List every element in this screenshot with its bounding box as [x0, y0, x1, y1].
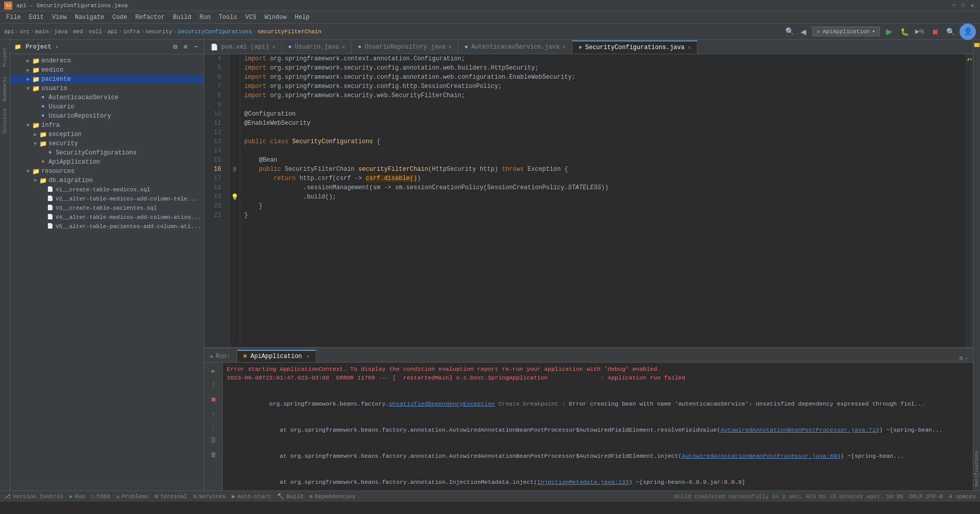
tab-pom[interactable]: 📄 pom.xml (api) ✕: [204, 40, 282, 54]
breadcrumb-class[interactable]: SecurityConfigurations: [178, 29, 252, 35]
tab-autenticacao[interactable]: ● AutenticacaoService.java ✕: [458, 40, 572, 54]
debug-button[interactable]: 🐛: [898, 26, 911, 38]
bottom-close-icon[interactable]: −: [965, 355, 969, 362]
menu-run[interactable]: Run: [195, 13, 215, 22]
run-stop-button[interactable]: ⏹: [207, 393, 220, 406]
tree-item-api-app[interactable]: ● ApiApplication: [10, 158, 204, 167]
run-tab-label[interactable]: Run:: [216, 353, 230, 360]
notifications-label[interactable]: Notifications: [972, 449, 981, 488]
menu-edit[interactable]: Edit: [25, 13, 48, 22]
tab-security-close[interactable]: ✕: [688, 44, 691, 51]
tab-api-application[interactable]: ■ ApiApplication ✕: [237, 350, 316, 362]
run-status-button[interactable]: ▶ Run: [69, 493, 85, 500]
search-button[interactable]: 🔍: [944, 26, 956, 38]
tab-usuario-close[interactable]: ✕: [342, 44, 345, 50]
todo-button[interactable]: ☐ TODO: [91, 493, 110, 500]
tree-item-db-migration[interactable]: ▼ 📁 db.migration: [10, 176, 204, 185]
maximize-button[interactable]: □: [960, 2, 967, 9]
dependencies-button[interactable]: ⊕ Dependencies: [309, 493, 355, 500]
menu-tools[interactable]: Tools: [215, 13, 241, 22]
menu-refactor[interactable]: Refactor: [131, 13, 169, 22]
menu-file[interactable]: File: [2, 13, 25, 22]
breadcrumb-voll[interactable]: voll: [88, 29, 102, 35]
tree-item-exception[interactable]: ▶ 📁 exception: [10, 130, 204, 139]
breadcrumb-src[interactable]: src: [19, 29, 30, 35]
tree-item-sql3[interactable]: 📄 V3__create-table-pacientes.sql: [10, 204, 204, 213]
bookmarks-panel-button[interactable]: Bookmarks: [0, 74, 10, 104]
tree-item-paciente[interactable]: ▶ 📁 paciente: [10, 75, 204, 84]
menu-code[interactable]: Code: [108, 13, 131, 22]
sidebar-collapse-icon[interactable]: ⊟: [171, 43, 179, 51]
terminal-button[interactable]: ⊞ Terminal: [155, 493, 187, 500]
stop-button[interactable]: ⏹: [929, 26, 941, 38]
tab-usuario-repo-close[interactable]: ✕: [449, 44, 452, 50]
run-format-button[interactable]: ☰: [207, 434, 220, 446]
minimize-button[interactable]: ─: [950, 2, 958, 9]
breadcrumb-infra[interactable]: infra: [123, 29, 140, 35]
breadcrumb-main[interactable]: main: [35, 29, 49, 35]
tab-pom-close[interactable]: ✕: [272, 44, 275, 50]
tree-item-medico[interactable]: ▶ 📁 medico: [10, 65, 204, 75]
line-col-indicator[interactable]: 19:26: [886, 494, 903, 500]
breadcrumb-api[interactable]: api: [4, 29, 14, 35]
problems-button[interactable]: ⚠ Problems: [116, 493, 149, 500]
tree-item-sql5[interactable]: 📄 V5__alter-table-pacientes-add-column-a…: [10, 222, 204, 231]
indent-indicator[interactable]: 4 spaces: [949, 494, 976, 500]
menu-vcs[interactable]: VCS: [241, 13, 261, 22]
version-control-button[interactable]: ⎇ Version Control: [4, 493, 63, 500]
structure-panel-button[interactable]: Structure: [0, 105, 10, 136]
search-everywhere-icon[interactable]: 🔍: [785, 27, 794, 36]
tree-item-sql2[interactable]: 📄 V2__alter-table-medicos-add-column-tel…: [10, 194, 204, 204]
link-6[interactable]: AutowiredAnnotationBeanPostProcessor.jav…: [682, 453, 841, 459]
tree-item-endereco[interactable]: ▶ 📁 endereco: [10, 56, 204, 65]
sidebar-close-icon[interactable]: −: [192, 43, 200, 51]
tree-item-sql4[interactable]: 📄 V4__alter-table-medicos-add-column-ati…: [10, 213, 204, 222]
titlebar-controls[interactable]: ─ □ ✕: [950, 2, 976, 9]
tab-usuario[interactable]: ● Usuario.java ✕: [282, 40, 352, 54]
breadcrumb-security[interactable]: security: [145, 29, 172, 35]
menu-view[interactable]: View: [48, 13, 71, 22]
project-panel-button[interactable]: Project: [0, 42, 10, 73]
api-app-tab-close[interactable]: ✕: [307, 354, 310, 360]
code-area[interactable]: import org.springframework.context.annot…: [240, 54, 966, 347]
menu-window[interactable]: Window: [261, 13, 291, 22]
breadcrumb-med[interactable]: med: [73, 29, 83, 35]
services-button[interactable]: ⚙ Services: [193, 493, 225, 500]
encoding-indicator[interactable]: CRLF UTF-8: [909, 494, 943, 500]
build-button[interactable]: 🔨 Build: [277, 493, 303, 500]
tree-item-security[interactable]: ▼ 📁 security: [10, 139, 204, 148]
run-clear-button[interactable]: 🗑: [207, 449, 220, 461]
run-button[interactable]: ▶: [883, 26, 895, 38]
tree-item-infra[interactable]: ▼ 📁 infra: [10, 121, 204, 130]
unsatisfied-dep-link[interactable]: UnsatisfiedDependencyException: [389, 400, 495, 407]
tree-item-resources[interactable]: ▼ 📁 resources: [10, 167, 204, 176]
breadcrumb-java[interactable]: java: [54, 29, 67, 35]
autostart-button[interactable]: ▶ Auto-start: [232, 493, 271, 500]
link-5[interactable]: AutowiredAnnotationBeanPostProcessor.jav…: [720, 427, 879, 433]
tree-item-usuario[interactable]: ▼ 📁 usuario: [10, 84, 204, 93]
menu-navigate[interactable]: Navigate: [71, 13, 108, 22]
run-scroll-down-button[interactable]: ↓: [207, 408, 220, 420]
breadcrumb-api2[interactable]: api: [107, 29, 118, 35]
tab-autenticacao-close[interactable]: ✕: [563, 44, 566, 50]
tab-security[interactable]: ● SecurityConfigurations.java ✕: [572, 40, 697, 54]
run-restart-button[interactable]: ▶: [207, 365, 220, 377]
bottom-settings-icon[interactable]: ⚙: [960, 354, 963, 362]
close-button[interactable]: ✕: [969, 2, 976, 9]
tree-item-sql1[interactable]: 📄 V1__create-table-medicos.sql: [10, 185, 204, 194]
run-scroll-up-button[interactable]: ↑: [207, 379, 220, 391]
bulb-icon[interactable]: 💡: [231, 193, 239, 201]
link-7[interactable]: InjectionMetadata.java:133: [537, 479, 628, 485]
run-config-dropdown[interactable]: ▶ ApiApplication ▾: [812, 27, 880, 36]
sidebar-settings-icon[interactable]: ⚙: [181, 43, 190, 51]
coverage-button[interactable]: ▶%: [914, 26, 926, 38]
back-button[interactable]: ◀: [797, 26, 809, 38]
code-editor[interactable]: 4 5 6 7 8 9 10 11 12 13 14 15 16 17 18 1…: [204, 54, 973, 347]
menu-build[interactable]: Build: [169, 13, 195, 22]
tree-item-usuario-repo[interactable]: ● UsuarioRepository: [10, 111, 204, 121]
tree-item-security-config[interactable]: ● SecurityConfigurations: [10, 148, 204, 158]
menu-help[interactable]: Help: [291, 13, 314, 22]
breadcrumb-method[interactable]: securityFilterChain: [258, 29, 321, 35]
tree-item-usuario-cls[interactable]: ● Usuario: [10, 102, 204, 111]
tab-usuario-repo[interactable]: ● UsuarioRepository.java ✕: [352, 40, 458, 54]
